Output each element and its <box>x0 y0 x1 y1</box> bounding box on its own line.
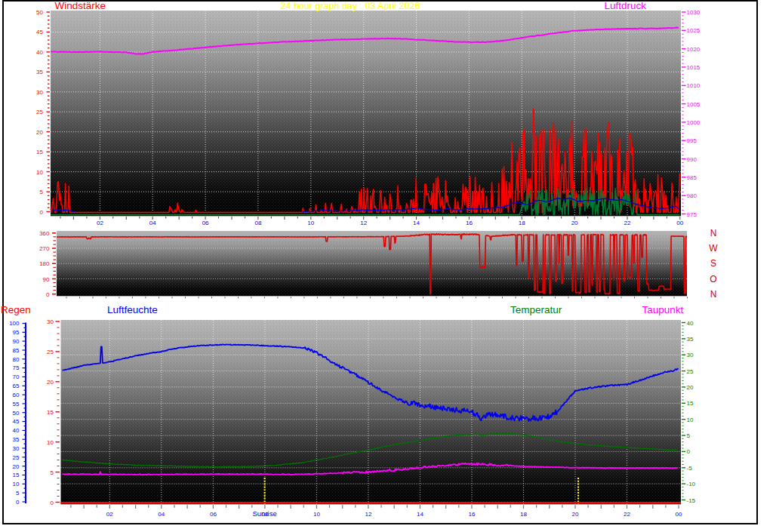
svg-text:20: 20 <box>571 220 578 226</box>
svg-text:02: 02 <box>97 220 103 226</box>
svg-text:5: 5 <box>687 432 691 439</box>
svg-text:04: 04 <box>149 220 156 226</box>
svg-text:1030: 1030 <box>687 9 701 16</box>
svg-text:15: 15 <box>47 409 54 416</box>
svg-text:985: 985 <box>687 174 698 181</box>
svg-text:30: 30 <box>47 318 54 325</box>
svg-text:5: 5 <box>40 189 44 195</box>
svg-text:65: 65 <box>13 383 20 389</box>
svg-text:20: 20 <box>687 384 694 391</box>
svg-text:15: 15 <box>687 400 694 407</box>
svg-text:1010: 1010 <box>687 82 701 89</box>
svg-text:Regen: Regen <box>1 304 31 315</box>
svg-text:45: 45 <box>13 418 20 425</box>
svg-text:95: 95 <box>13 329 20 336</box>
svg-text:0: 0 <box>40 209 44 216</box>
svg-text:14: 14 <box>413 220 420 226</box>
svg-text:N: N <box>710 228 717 238</box>
svg-text:0: 0 <box>46 291 50 298</box>
svg-text:20: 20 <box>47 379 54 386</box>
svg-text:975: 975 <box>687 211 698 218</box>
svg-text:06: 06 <box>210 511 217 518</box>
svg-text:Luftdruck: Luftdruck <box>605 0 647 11</box>
svg-text:40: 40 <box>687 320 694 327</box>
svg-text:04: 04 <box>158 511 165 518</box>
svg-text:10: 10 <box>36 169 43 176</box>
svg-text:02: 02 <box>106 511 113 518</box>
svg-text:70: 70 <box>13 374 20 380</box>
svg-text:1000: 1000 <box>687 119 701 126</box>
svg-text:35: 35 <box>687 336 694 343</box>
svg-text:45: 45 <box>36 29 43 35</box>
svg-text:15: 15 <box>36 149 43 155</box>
svg-text:25: 25 <box>36 109 43 115</box>
svg-text:980: 980 <box>687 192 698 199</box>
svg-text:25: 25 <box>47 349 54 355</box>
svg-text:22: 22 <box>624 220 631 226</box>
svg-text:5: 5 <box>16 490 20 497</box>
svg-text:1025: 1025 <box>687 27 701 34</box>
svg-text:22: 22 <box>624 511 630 518</box>
svg-text:14: 14 <box>417 511 423 518</box>
svg-text:990: 990 <box>687 156 698 163</box>
svg-text:80: 80 <box>13 356 20 363</box>
svg-text:30: 30 <box>36 89 43 96</box>
svg-text:08: 08 <box>261 511 268 518</box>
svg-text:06: 06 <box>202 220 209 226</box>
svg-text:40: 40 <box>36 49 43 56</box>
svg-text:85: 85 <box>13 347 20 354</box>
svg-text:40: 40 <box>13 427 20 434</box>
svg-text:0: 0 <box>16 499 20 506</box>
svg-text:20: 20 <box>572 511 579 518</box>
svg-text:30: 30 <box>13 445 20 452</box>
svg-text:10: 10 <box>307 220 314 226</box>
svg-text:24 hour graph day : 03 April 2: 24 hour graph day : 03 April 2026 <box>281 1 420 11</box>
svg-text:50: 50 <box>36 9 43 16</box>
svg-text:0: 0 <box>51 500 54 506</box>
svg-text:16: 16 <box>466 220 473 226</box>
svg-text:5: 5 <box>51 469 54 476</box>
svg-text:1020: 1020 <box>687 46 701 53</box>
svg-text:10: 10 <box>687 417 694 423</box>
svg-text:18: 18 <box>520 511 527 518</box>
svg-text:12: 12 <box>365 511 371 518</box>
svg-text:08: 08 <box>254 220 261 226</box>
svg-text:O: O <box>710 274 716 284</box>
svg-text:18: 18 <box>519 220 525 226</box>
svg-text:55: 55 <box>13 401 20 407</box>
svg-text:-5: -5 <box>687 465 693 472</box>
svg-text:-10: -10 <box>687 481 696 487</box>
svg-text:90: 90 <box>43 276 50 283</box>
svg-text:10: 10 <box>13 481 20 487</box>
svg-text:35: 35 <box>13 436 20 443</box>
svg-text:270: 270 <box>39 245 50 252</box>
svg-text:10: 10 <box>313 511 320 518</box>
svg-text:1005: 1005 <box>687 101 701 108</box>
svg-text:15: 15 <box>13 472 20 478</box>
svg-text:00: 00 <box>676 511 682 518</box>
svg-text:10: 10 <box>47 439 54 446</box>
svg-text:1015: 1015 <box>687 64 701 71</box>
svg-text:180: 180 <box>39 260 50 267</box>
svg-text:90: 90 <box>13 338 20 345</box>
svg-text:20: 20 <box>36 129 43 136</box>
svg-text:360: 360 <box>39 230 50 237</box>
svg-text:Windstärke: Windstärke <box>55 0 106 11</box>
svg-text:-15: -15 <box>687 497 696 504</box>
svg-text:16: 16 <box>469 511 476 518</box>
svg-text:100: 100 <box>9 320 20 327</box>
svg-text:20: 20 <box>13 463 20 470</box>
svg-text:Taupunkt: Taupunkt <box>642 304 684 315</box>
svg-text:995: 995 <box>687 137 698 144</box>
svg-text:50: 50 <box>13 410 20 417</box>
svg-text:Temperatur: Temperatur <box>510 304 562 315</box>
svg-text:N: N <box>710 289 717 300</box>
svg-text:60: 60 <box>13 392 20 398</box>
svg-text:0: 0 <box>687 448 691 455</box>
svg-text:25: 25 <box>13 454 20 461</box>
svg-text:W: W <box>709 243 718 254</box>
svg-text:25: 25 <box>687 368 694 375</box>
svg-text:12: 12 <box>360 220 367 226</box>
svg-text:35: 35 <box>36 69 43 75</box>
svg-text:75: 75 <box>13 364 20 371</box>
